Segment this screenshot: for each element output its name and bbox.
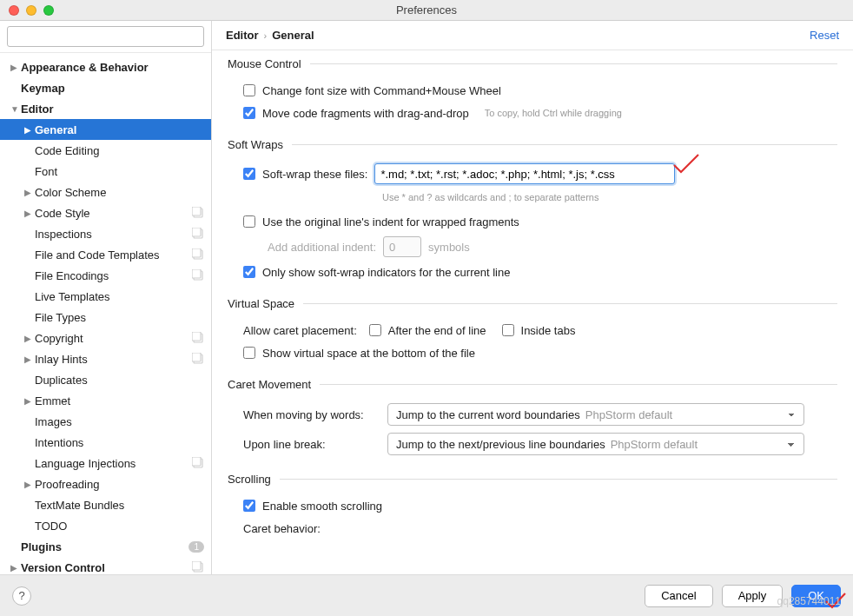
- sidebar-item-label: Duplicates: [35, 374, 204, 387]
- moving-by-words-select[interactable]: Jump to the current word boundaries PhpS…: [387, 403, 804, 426]
- sidebar-item-images[interactable]: Images: [0, 411, 211, 432]
- sidebar-item-label: Font: [35, 165, 204, 178]
- disclosure-arrow-icon: ▶: [24, 396, 35, 406]
- sidebar-item-label: Color Scheme: [35, 186, 204, 199]
- project-scope-icon: [192, 457, 204, 469]
- smooth-scrolling-checkbox[interactable]: [243, 500, 255, 512]
- line-break-select[interactable]: Jump to the next/previous line boundarie…: [387, 433, 804, 455]
- section-legend: Scrolling: [228, 473, 280, 486]
- label: Allow caret placement:: [243, 324, 357, 337]
- label: Change font size with Command+Mouse Whee…: [262, 84, 501, 97]
- disclosure-arrow-icon: ▶: [24, 354, 35, 364]
- sidebar-item-file-encodings[interactable]: File Encodings: [0, 265, 211, 286]
- sidebar-item-language-injections[interactable]: Language Injections: [0, 453, 211, 474]
- scrolling-section: Scrolling Enable smooth scrolling Caret …: [228, 473, 837, 553]
- sidebar-item-proofreading[interactable]: ▶Proofreading: [0, 474, 211, 494]
- svg-rect-5: [192, 228, 201, 236]
- softwrap-patterns-input[interactable]: [374, 163, 675, 184]
- chevron-right-icon: ›: [264, 30, 268, 41]
- sidebar-item-duplicates[interactable]: Duplicates: [0, 369, 211, 390]
- label: Soft-wrap these files:: [262, 168, 367, 181]
- maximize-icon[interactable]: [43, 5, 54, 16]
- reset-link[interactable]: Reset: [810, 29, 839, 42]
- sidebar-item-general[interactable]: ▶General: [0, 119, 211, 140]
- sidebar-item-label: Plugins: [21, 540, 188, 553]
- section-legend: Mouse Control: [228, 57, 310, 70]
- breadcrumb-2: General: [272, 29, 314, 42]
- disclosure-arrow-icon: ▶: [24, 480, 35, 489]
- change-font-size-checkbox[interactable]: [243, 84, 255, 96]
- label: Use the original line's indent for wrapp…: [262, 215, 519, 229]
- label: Upon line break:: [243, 438, 380, 451]
- apply-button[interactable]: Apply: [722, 585, 784, 607]
- sidebar-item-intentions[interactable]: Intentions: [0, 432, 211, 453]
- softwrap-files-checkbox[interactable]: [243, 168, 255, 180]
- label: When moving by words:: [243, 408, 380, 421]
- breadcrumb-header: Editor › General Reset: [212, 21, 853, 50]
- disclosure-arrow-icon: ▶: [10, 63, 21, 72]
- sidebar-item-live-templates[interactable]: Live Templates: [0, 286, 211, 307]
- sidebar-item-appearance-behavior[interactable]: ▶Appearance & Behavior: [0, 56, 211, 77]
- use-original-indent-checkbox[interactable]: [243, 215, 255, 228]
- sidebar-item-keymap[interactable]: Keymap: [0, 77, 211, 98]
- after-eol-checkbox[interactable]: [369, 324, 381, 336]
- sidebar-item-font[interactable]: Font: [0, 161, 211, 182]
- show-virtual-bottom-checkbox[interactable]: [243, 347, 255, 359]
- move-fragments-checkbox[interactable]: [243, 107, 255, 119]
- additional-indent-input: [383, 236, 421, 257]
- sidebar-item-inspections[interactable]: Inspections: [0, 223, 211, 244]
- window-title: Preferences: [0, 3, 853, 17]
- sidebar-item-code-style[interactable]: ▶Code Style: [0, 202, 211, 223]
- label: Move code fragments with drag-and-drop: [262, 107, 469, 120]
- label: Inside tabs: [521, 324, 576, 337]
- main-panel: Editor › General Reset Mouse Control Cha…: [212, 21, 853, 574]
- sidebar-item-label: Version Control: [21, 561, 192, 574]
- sidebar-item-editor[interactable]: ▼Editor: [0, 98, 211, 119]
- settings-tree[interactable]: ▶Appearance & BehaviorKeymap▼Editor▶Gene…: [0, 53, 211, 574]
- label: Only show soft-wrap indicators for the c…: [262, 266, 510, 279]
- ok-button[interactable]: OK: [791, 585, 841, 607]
- hint: Use * and ? as wildcards and ; to separa…: [382, 192, 598, 202]
- disclosure-arrow-icon: ▶: [24, 334, 35, 343]
- content-area[interactable]: Mouse Control Change font size with Comm…: [212, 50, 853, 574]
- project-scope-icon: [192, 561, 204, 573]
- help-button[interactable]: ?: [12, 586, 31, 606]
- minimize-icon[interactable]: [26, 5, 36, 16]
- sidebar-item-color-scheme[interactable]: ▶Color Scheme: [0, 182, 211, 202]
- sidebar-item-file-types[interactable]: File Types: [0, 307, 211, 328]
- only-show-indicators-checkbox[interactable]: [243, 266, 255, 278]
- sidebar-item-version-control[interactable]: ▶Version Control: [0, 557, 211, 574]
- sidebar-item-plugins[interactable]: Plugins1: [0, 536, 211, 557]
- cancel-button[interactable]: Cancel: [645, 585, 712, 607]
- preferences-window: Preferences ▶Appearance & BehaviorKeymap…: [0, 0, 853, 616]
- sidebar-item-label: TODO: [35, 520, 204, 533]
- soft-wraps-section: Soft Wraps Soft-wrap these files: Use * …: [228, 138, 837, 297]
- sidebar-item-inlay-hints[interactable]: ▶Inlay Hints: [0, 348, 211, 369]
- sidebar-item-label: Emmet: [35, 394, 204, 407]
- sidebar-item-copyright[interactable]: ▶Copyright: [0, 328, 211, 348]
- caret-movement-section: Caret Movement When moving by words: Jum…: [228, 378, 837, 473]
- label: After the end of line: [388, 324, 486, 337]
- disclosure-arrow-icon: ▶: [24, 125, 35, 135]
- sidebar-item-label: Copyright: [35, 332, 192, 345]
- sidebar-item-label: Inlay Hints: [35, 353, 192, 366]
- sidebar-item-label: Live Templates: [35, 290, 204, 303]
- sidebar-item-textmate-bundles[interactable]: TextMate Bundles: [0, 494, 211, 515]
- titlebar: Preferences: [0, 0, 853, 21]
- sidebar-item-label: Language Injections: [35, 457, 192, 470]
- sidebar-item-code-editing[interactable]: Code Editing: [0, 140, 211, 161]
- sidebar-item-label: Keymap: [21, 82, 204, 95]
- sidebar-item-file-and-code-templates[interactable]: File and Code Templates: [0, 244, 211, 265]
- svg-rect-13: [192, 353, 201, 361]
- sidebar-item-label: File Types: [35, 311, 204, 324]
- sidebar-item-todo[interactable]: TODO: [0, 515, 211, 536]
- close-icon[interactable]: [9, 5, 19, 16]
- svg-rect-11: [192, 332, 201, 341]
- sidebar-item-emmet[interactable]: ▶Emmet: [0, 390, 211, 411]
- sidebar-item-label: File and Code Templates: [35, 248, 192, 262]
- inside-tabs-checkbox[interactable]: [502, 324, 514, 336]
- search-input[interactable]: [7, 26, 204, 47]
- project-scope-icon: [192, 228, 204, 240]
- label: Add additional indent:: [268, 241, 376, 254]
- project-scope-icon: [192, 207, 204, 219]
